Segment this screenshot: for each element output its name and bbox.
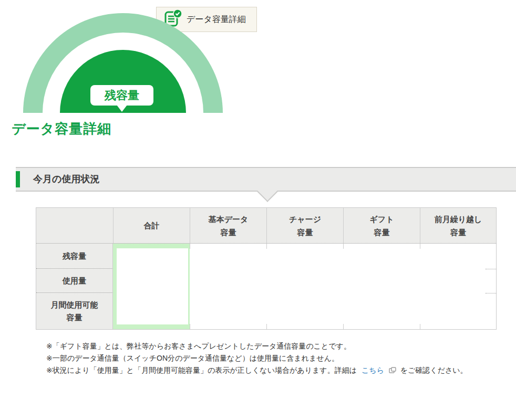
footnote-accuracy-text: ※状況により「使用量」と「月間使用可能容量」の表示が正しくない場合があります。詳… bbox=[46, 366, 357, 374]
bubble-tail bbox=[117, 105, 127, 112]
green-accent-bar bbox=[16, 171, 20, 187]
row-label-monthly-available: 月間使用可能 容量 bbox=[36, 293, 113, 329]
gauge-label: 残容量 bbox=[105, 88, 139, 103]
total-column-empty-cells bbox=[117, 248, 188, 324]
external-link-icon bbox=[389, 365, 396, 377]
details-link[interactable]: こちら bbox=[362, 366, 384, 374]
row-label-used: 使用量 bbox=[36, 269, 113, 293]
row-divider-stub bbox=[486, 293, 496, 293]
section-title: 今月の使用状況 bbox=[33, 168, 99, 191]
total-column-highlight bbox=[113, 244, 190, 329]
row-label-remaining: 残容量 bbox=[36, 244, 113, 269]
footnote-accuracy: ※状況により「使用量」と「月間使用可能容量」の表示が正しくない場合があります。詳… bbox=[46, 364, 509, 377]
column-divider-stub bbox=[266, 324, 267, 329]
section-header: 今月の使用状況 bbox=[16, 167, 516, 192]
column-divider-stub bbox=[190, 244, 190, 249]
col-header-basic-data: 基本データ 容量 bbox=[190, 208, 266, 243]
footnotes: ※「ギフト容量」とは、弊社等からお客さまへプレゼントしたデータ通信容量のことです… bbox=[46, 340, 509, 377]
section-pointer-triangle bbox=[257, 181, 278, 202]
col-header-charge: チャージ 容量 bbox=[266, 208, 343, 243]
footnote-accuracy-suffix: をご確認ください。 bbox=[400, 366, 468, 374]
footnote-switch: ※一部のデータ通信量（スイッチON分のデータ通信量など）は使用量に含まれません。 bbox=[46, 352, 509, 364]
column-divider-stub bbox=[343, 244, 344, 249]
column-divider-stub bbox=[420, 244, 420, 249]
col-header-blank bbox=[36, 208, 113, 243]
row-divider-stub bbox=[486, 269, 496, 269]
column-divider-stub bbox=[190, 324, 190, 329]
col-header-carryover: 前月繰り越し 容量 bbox=[420, 208, 496, 243]
gauge-label-bubble: 残容量 bbox=[90, 85, 153, 106]
column-divider-stub bbox=[343, 324, 344, 329]
usage-table: 合計 基本データ 容量 チャージ 容量 ギフト 容量 前月繰り越し 容量 残容量… bbox=[36, 207, 497, 330]
page-title: データ容量詳細 bbox=[12, 120, 111, 138]
col-header-total: 合計 bbox=[113, 208, 190, 243]
data-capacity-page: データ容量詳細 残容量 データ容量詳細 今月の使用状況 合計 基本データ 容量 … bbox=[0, 0, 516, 420]
detail-button-label: データ容量詳細 bbox=[187, 14, 246, 25]
column-divider-stub bbox=[420, 324, 420, 329]
col-header-gift: ギフト 容量 bbox=[343, 208, 420, 243]
footnote-gift: ※「ギフト容量」とは、弊社等からお客さまへプレゼントしたデータ通信容量のことです… bbox=[46, 340, 509, 352]
table-header-row: 合計 基本データ 容量 チャージ 容量 ギフト 容量 前月繰り越し 容量 bbox=[36, 208, 496, 244]
column-divider-stub bbox=[266, 244, 267, 249]
